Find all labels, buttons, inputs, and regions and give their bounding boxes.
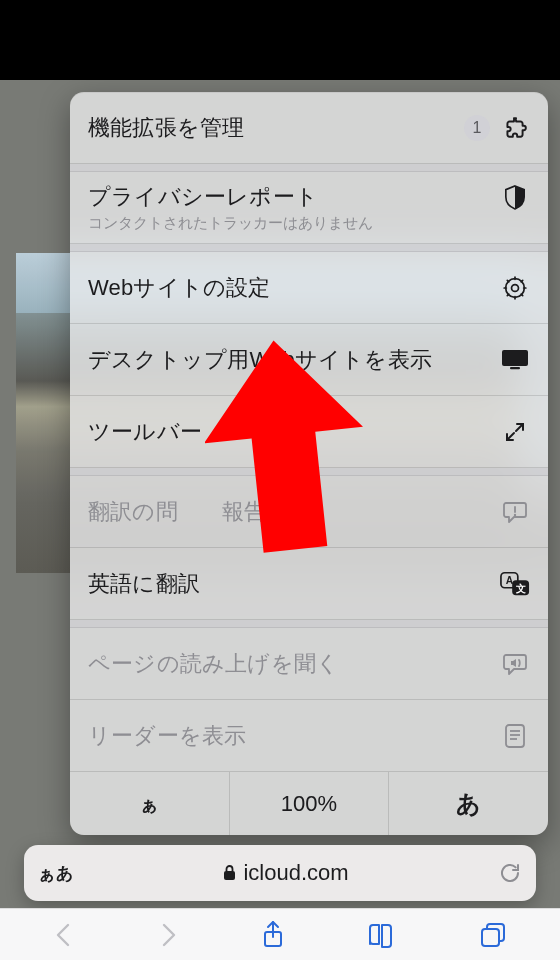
svg-point-1: [506, 278, 525, 297]
separator: [70, 244, 548, 252]
hide-toolbar-label: ツールバー＿＿＿＿示: [88, 417, 500, 447]
puzzle-icon: [500, 115, 530, 141]
reload-button[interactable]: [498, 861, 522, 885]
tabs-button[interactable]: [479, 921, 507, 949]
listen-to-page-row[interactable]: ページの読み上げを聞く: [70, 628, 548, 700]
translate-to-english-label: 英語に翻訳: [88, 569, 500, 599]
url-host: icloud.com: [243, 860, 348, 886]
shield-half-icon: [500, 184, 530, 210]
extensions-count-badge: 1: [464, 115, 490, 141]
svg-rect-15: [224, 871, 235, 880]
back-button[interactable]: [53, 921, 75, 949]
svg-point-5: [514, 513, 516, 515]
privacy-report-label: プライバシーレポート: [88, 182, 500, 212]
privacy-report-subtext: コンタクトされたトラッカーはありません: [88, 214, 530, 233]
hide-toolbar-label-post: 示: [291, 419, 313, 444]
url-bar[interactable]: ぁあ icloud.com: [24, 845, 536, 901]
desktop-icon: [500, 349, 530, 371]
zoom-percent[interactable]: 100%: [229, 772, 389, 835]
lock-icon: [222, 864, 237, 882]
hide-toolbar-label-pre: ツールバー: [88, 419, 202, 444]
reader-icon: [500, 723, 530, 749]
expand-diagonal-icon: [500, 420, 530, 444]
translate-icon: A 文: [500, 571, 530, 597]
svg-rect-2: [502, 350, 528, 366]
request-desktop-site-row[interactable]: デスクトップ用Webサイトを表示: [70, 324, 548, 396]
translate-to-english-row[interactable]: 英語に翻訳 A 文: [70, 548, 548, 620]
listen-to-page-label: ページの読み上げを聞く: [88, 649, 500, 679]
website-settings-row[interactable]: Webサイトの設定: [70, 252, 548, 324]
url-display[interactable]: icloud.com: [73, 860, 498, 886]
report-translation-label-post: 報告: [222, 499, 266, 524]
svg-point-0: [512, 284, 519, 291]
manage-extensions-row[interactable]: 機能拡張を管理 1: [70, 92, 548, 164]
request-desktop-site-label: デスクトップ用Webサイトを表示: [88, 345, 500, 375]
zoom-out-button[interactable]: ぁ: [70, 772, 229, 835]
show-reader-label: リーダーを表示: [88, 721, 500, 751]
website-settings-label: Webサイトの設定: [88, 273, 500, 303]
show-reader-row[interactable]: リーダーを表示: [70, 700, 548, 772]
svg-rect-3: [510, 367, 520, 369]
svg-text:文: 文: [515, 582, 526, 593]
separator: [70, 468, 548, 476]
report-translation-label: 翻訳の問＿＿報告: [88, 497, 500, 527]
privacy-report-row[interactable]: プライバシーレポート コンタクトされたトラッカーはありません: [70, 172, 548, 244]
page-format-button[interactable]: ぁあ: [38, 862, 73, 885]
gear-icon: [500, 275, 530, 301]
svg-rect-17: [482, 929, 499, 946]
zoom-in-button[interactable]: あ: [388, 772, 548, 835]
zoom-control-row: ぁ 100% あ: [70, 772, 548, 835]
share-button[interactable]: [261, 920, 285, 950]
forward-button[interactable]: [157, 921, 179, 949]
svg-rect-10: [506, 725, 524, 747]
report-bubble-icon: [500, 500, 530, 524]
report-translation-label-pre: 翻訳の問: [88, 499, 178, 524]
manage-extensions-label: 機能拡張を管理: [88, 113, 464, 143]
page-actions-popup: 機能拡張を管理 1 プライバシーレポート コンタクトされたトラッカーはありません…: [70, 92, 548, 835]
separator: [70, 620, 548, 628]
separator: [70, 164, 548, 172]
bookmarks-button[interactable]: [367, 922, 397, 948]
speaker-bubble-icon: [500, 652, 530, 676]
hide-toolbar-row[interactable]: ツールバー＿＿＿＿示: [70, 396, 548, 468]
report-translation-row[interactable]: 翻訳の問＿＿報告: [70, 476, 548, 548]
browser-toolbar: [0, 908, 560, 960]
